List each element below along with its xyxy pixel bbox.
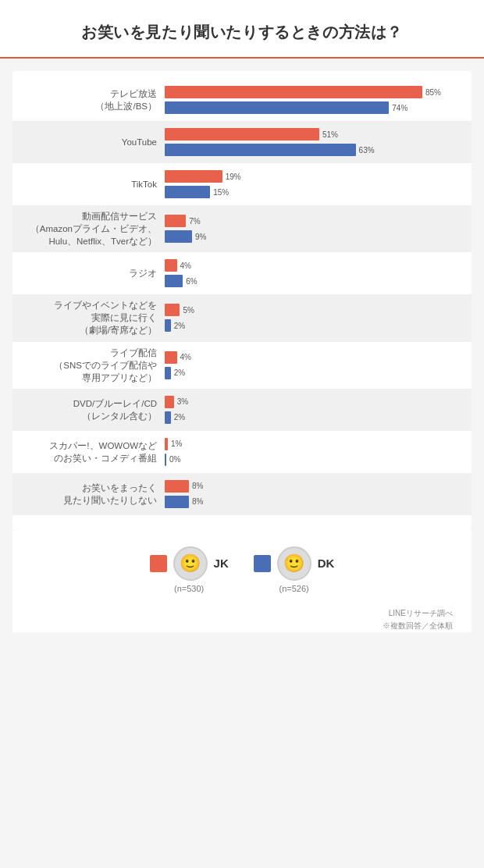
bar-label-dk-tv: 74% bbox=[392, 104, 414, 112]
bar-dk-live-event bbox=[165, 319, 171, 332]
bars-col-tiktok: 19%15% bbox=[165, 170, 464, 198]
bars-col-live-event: 5%2% bbox=[165, 304, 464, 332]
bars-col-skapa: 1%0% bbox=[165, 438, 464, 466]
bar-jk-youtube bbox=[165, 128, 319, 141]
chart-row-live-stream: ライブ配信 （SNSでのライブ配信や 専用アプリなど）4%2% bbox=[12, 342, 472, 389]
bar-label-dk-youtube: 63% bbox=[359, 146, 381, 155]
dk-label: DK bbox=[318, 557, 335, 570]
bar-dk-radio bbox=[165, 275, 183, 287]
jk-avatar: 🙂 bbox=[173, 546, 208, 581]
chart-container: テレビ放送 （地上波/BS）85%74%YouTube51%63%TikTok1… bbox=[12, 71, 472, 531]
dk-n: (n=526) bbox=[279, 584, 308, 593]
row-label-dvd: DVD/ブルーレイ/CD （レンタル含む） bbox=[20, 397, 165, 422]
row-label-radio: ラジオ bbox=[20, 267, 165, 279]
bar-jk-vod bbox=[165, 215, 186, 227]
bars-col-live-stream: 4%2% bbox=[165, 351, 464, 379]
bar-label-dk-live-event: 2% bbox=[174, 322, 196, 330]
bar-dk-none bbox=[165, 496, 189, 508]
page: お笑いを見たり聞いたりするときの方法は？ テレビ放送 （地上波/BS）85%74… bbox=[0, 0, 484, 656]
row-label-live-event: ライブやイベントなどを 実際に見に行く （劇場/寄席など） bbox=[20, 299, 165, 336]
jk-label: JK bbox=[214, 557, 229, 570]
jk-color-swatch bbox=[150, 555, 167, 572]
bar-jk-radio bbox=[165, 259, 177, 272]
bar-jk-skapa bbox=[165, 438, 168, 450]
bar-label-jk-none: 8% bbox=[192, 482, 214, 490]
row-label-none: お笑いをまったく 見たり聞いたりしない bbox=[20, 482, 165, 507]
bar-label-dk-none: 8% bbox=[192, 497, 214, 506]
bar-jk-tiktok bbox=[165, 170, 222, 183]
chart-row-tiktok: TikTok19%15% bbox=[12, 163, 472, 205]
bar-label-jk-tiktok: 19% bbox=[226, 173, 247, 181]
bar-jk-none bbox=[165, 480, 189, 493]
bar-label-jk-live-stream: 4% bbox=[180, 353, 202, 361]
row-label-tv: テレビ放送 （地上波/BS） bbox=[20, 87, 165, 112]
legend-section: 🙂 JK (n=530) 🙂 DK (n=526) bbox=[12, 531, 472, 601]
bar-label-jk-vod: 7% bbox=[189, 217, 211, 226]
chart-row-none: お笑いをまったく 見たり聞いたりしない8%8% bbox=[12, 473, 472, 515]
bar-label-jk-dvd: 3% bbox=[177, 397, 199, 406]
chart-row-youtube: YouTube51%63% bbox=[12, 121, 472, 163]
legend-jk: 🙂 JK (n=530) bbox=[150, 546, 229, 593]
chart-row-vod: 動画配信サービス （Amazonプライム・ビデオ、 Hulu、Netflix、T… bbox=[12, 205, 472, 252]
bar-label-dk-radio: 6% bbox=[186, 277, 208, 286]
bars-col-none: 8%8% bbox=[165, 480, 464, 508]
bar-dk-live-stream bbox=[165, 367, 171, 379]
bar-label-dk-skapa: 0% bbox=[169, 455, 191, 464]
chart-row-radio: ラジオ4%6% bbox=[12, 252, 472, 294]
footer-note: LINEリサーチ調べ ※複数回答／全体順 bbox=[12, 601, 472, 632]
bar-dk-dvd bbox=[165, 411, 171, 424]
bar-label-jk-live-event: 5% bbox=[183, 306, 205, 315]
dk-avatar: 🙂 bbox=[277, 546, 311, 581]
page-title: お笑いを見たり聞いたりするときの方法は？ bbox=[16, 22, 468, 43]
row-label-skapa: スカパー!、WOWOWなど のお笑い・コメディ番組 bbox=[20, 439, 165, 464]
chart-row-tv: テレビ放送 （地上波/BS）85%74% bbox=[12, 79, 472, 121]
bar-dk-vod bbox=[165, 230, 192, 243]
row-label-live-stream: ライブ配信 （SNSでのライブ配信や 専用アプリなど） bbox=[20, 347, 165, 384]
bar-label-dk-live-stream: 2% bbox=[174, 368, 196, 377]
chart-row-live-event: ライブやイベントなどを 実際に見に行く （劇場/寄席など）5%2% bbox=[12, 294, 472, 341]
chart-row-skapa: スカパー!、WOWOWなど のお笑い・コメディ番組1%0% bbox=[12, 431, 472, 473]
bars-col-youtube: 51%63% bbox=[165, 128, 464, 156]
footer-line1: LINEリサーチ調べ bbox=[31, 607, 453, 620]
legend-dk: 🙂 DK (n=526) bbox=[254, 546, 335, 593]
bar-dk-youtube bbox=[165, 144, 356, 156]
bar-label-dk-tiktok: 15% bbox=[213, 188, 235, 197]
bars-col-vod: 7%9% bbox=[165, 215, 464, 243]
dk-color-swatch bbox=[254, 555, 271, 572]
row-label-vod: 動画配信サービス （Amazonプライム・ビデオ、 Hulu、Netflix、T… bbox=[20, 210, 165, 247]
jk-n: (n=530) bbox=[174, 584, 204, 593]
bars-col-radio: 4%6% bbox=[165, 259, 464, 287]
footer-line2: ※複数回答／全体順 bbox=[31, 620, 453, 632]
bar-jk-tv bbox=[165, 86, 422, 98]
chart-row-dvd: DVD/ブルーレイ/CD （レンタル含む）3%2% bbox=[12, 389, 472, 431]
title-section: お笑いを見たり聞いたりするときの方法は？ bbox=[0, 0, 484, 59]
bar-label-jk-youtube: 51% bbox=[322, 130, 344, 139]
bar-jk-live-event bbox=[165, 304, 180, 316]
bar-dk-tiktok bbox=[165, 186, 210, 198]
bar-jk-live-stream bbox=[165, 351, 177, 364]
bar-dk-skapa bbox=[165, 454, 166, 466]
row-label-tiktok: TikTok bbox=[20, 178, 165, 190]
bars-col-tv: 85%74% bbox=[165, 86, 464, 114]
bar-label-jk-skapa: 1% bbox=[171, 439, 193, 448]
row-label-youtube: YouTube bbox=[20, 136, 165, 148]
bar-dk-tv bbox=[165, 101, 389, 114]
bar-label-jk-tv: 85% bbox=[425, 88, 447, 97]
bar-jk-dvd bbox=[165, 396, 174, 408]
bar-label-jk-radio: 4% bbox=[180, 261, 202, 270]
bar-label-dk-dvd: 2% bbox=[174, 413, 196, 422]
bars-col-dvd: 3%2% bbox=[165, 396, 464, 424]
bar-label-dk-vod: 9% bbox=[195, 233, 217, 241]
